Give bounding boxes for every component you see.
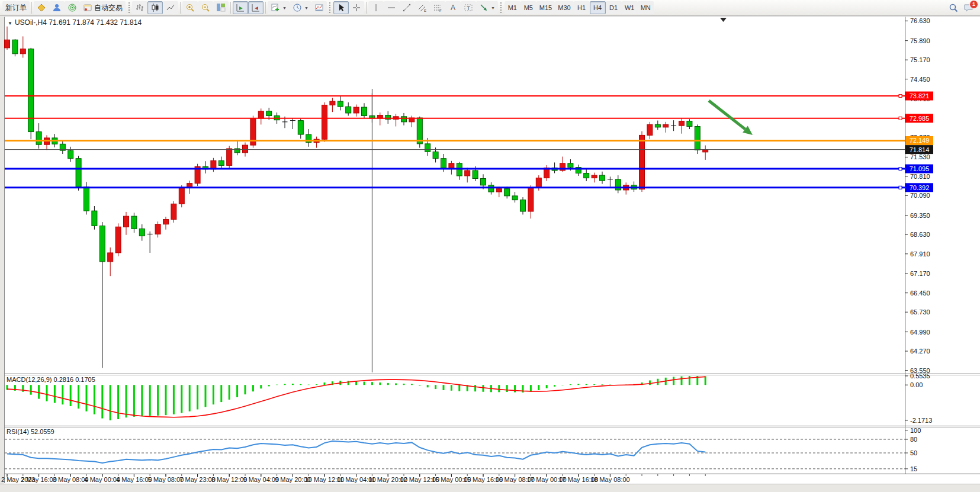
svg-text:76.630: 76.630 [910,17,930,24]
toolbar-grip [500,2,503,13]
rsi-panel [5,439,905,469]
macd-indicator-label: MACD(12,26,9) 0.2816 0.1705 [7,376,95,383]
svg-text:71.095: 71.095 [910,165,930,172]
text-a-icon: A [448,3,458,12]
text-label-icon: T [464,3,473,12]
chart-canvas[interactable]: 76.63075.89075.17074.45073.71072.99072.2… [0,0,980,492]
timeframe-mn-button[interactable]: MN [638,1,654,14]
toolbar-separator [230,2,231,14]
svg-text:70.392: 70.392 [910,184,930,191]
chevron-down-icon: ▼ [491,6,495,10]
svg-text:71.530: 71.530 [910,153,930,160]
svg-text:5 May 08:00: 5 May 08:00 [148,476,184,483]
svg-text:100: 100 [910,427,921,434]
fibonacci-icon: F [433,3,442,12]
timeframe-h4-button[interactable]: H4 [590,1,606,14]
svg-text:75.890: 75.890 [910,37,930,44]
signal-icon [68,3,77,12]
person-icon [52,3,62,12]
arrows-tool-icon [479,3,489,12]
svg-text:70.810: 70.810 [910,173,930,180]
gold-button[interactable] [34,1,49,14]
trendline-icon [402,3,412,12]
line-chart-button[interactable] [163,1,178,14]
trendline-tool-button[interactable] [399,1,415,14]
signals-button[interactable] [65,1,80,14]
support-button[interactable] [49,1,65,14]
svg-text:72.985: 72.985 [910,115,930,122]
text-label-tool-button[interactable]: T [461,1,476,14]
auto-trading-button[interactable]: 自动交易 [80,1,126,14]
notifications-button[interactable]: 1 [963,3,974,13]
auto-scroll-button[interactable] [233,1,248,14]
price-level-lines[interactable] [5,95,905,189]
svg-text:8 May 12:00: 8 May 12:00 [211,476,248,483]
svg-text:68.630: 68.630 [910,231,930,238]
svg-text:E: E [424,9,426,12]
cursor-tool-button[interactable] [333,1,349,14]
text-tool-button[interactable]: A [445,1,461,14]
timeframe-h1-button[interactable]: H1 [574,1,590,14]
vertical-line-tool-button[interactable] [368,1,384,14]
new-order-button[interactable]: 新订单 [2,1,30,14]
auto-trading-icon [83,3,92,12]
toolbar-separator [265,2,266,14]
channel-tool-button[interactable]: E [415,1,430,14]
svg-text:64.270: 64.270 [910,348,930,355]
svg-text:80: 80 [910,436,917,443]
vertical-line-icon [371,3,381,12]
horizontal-line-tool-button[interactable] [384,1,399,14]
svg-text:69.350: 69.350 [910,212,930,219]
chart-shift-marker[interactable] [720,18,727,22]
chevron-down-icon: ▼ [304,6,309,10]
arrows-tool-button[interactable]: ▼ [476,1,498,14]
svg-text:18 May 08:00: 18 May 08:00 [590,476,630,483]
new-chart-button[interactable]: ▼ [268,1,290,14]
svg-text:67.910: 67.910 [910,250,930,258]
timeframe-m1-button[interactable]: M1 [505,1,520,14]
ohlc-bars-icon [135,3,144,12]
zoom-in-button[interactable] [182,1,198,14]
timeframe-w1-button[interactable]: W1 [622,1,638,14]
symbol-dropdown-icon[interactable]: ▼ [8,21,12,26]
svg-text:66.450: 66.450 [910,290,930,297]
svg-text:7 May 23:00: 7 May 23:00 [179,476,216,483]
svg-text:3 May 08:00: 3 May 08:00 [53,476,89,483]
toolbar-separator [31,2,32,14]
timeframe-m15-button[interactable]: M15 [536,1,555,14]
cursor-icon [336,3,346,12]
svg-text:9 May 04:00: 9 May 04:00 [243,476,279,483]
crosshair-tool-button[interactable] [349,1,364,14]
chart-shift-marker-layer [720,18,727,22]
tile-windows-button[interactable] [213,1,229,14]
candlestick-chart-button[interactable] [147,1,163,14]
svg-text:0.5535: 0.5535 [910,372,930,380]
timeframe-m30-button[interactable]: M30 [555,1,573,14]
trading-platform-window: { "toolbar": { "new_order_label": "新订单",… [0,0,980,492]
svg-text:75.170: 75.170 [910,56,930,63]
timeframe-m5-button[interactable]: M5 [520,1,536,14]
timeframe-d1-button[interactable]: D1 [606,1,622,14]
zoom-in-icon [185,3,195,12]
toolbar-separator [366,2,367,14]
svg-text:4 May 00:00: 4 May 00:00 [85,476,121,483]
chart-template-button[interactable] [311,1,327,14]
chart-shift-button[interactable] [248,1,264,14]
svg-text:74.450: 74.450 [910,76,930,83]
svg-text:4 May 16:00: 4 May 16:00 [116,476,152,483]
toolbar-grip [127,2,130,13]
svg-text:64.990: 64.990 [910,329,930,336]
toolbar-grip [329,2,332,13]
main-toolbar: 新订单 自动交易 ▼ ▼ [0,0,980,16]
svg-text:-2.1713: -2.1713 [910,417,932,424]
fibonacci-tool-button[interactable]: F [430,1,445,14]
svg-text:67.170: 67.170 [910,270,930,277]
svg-text:15: 15 [910,465,917,472]
clock-icon [293,3,302,12]
candles-layer [5,27,708,368]
date-axis[interactable]: 2 May 20232 May 16:003 May 08:004 May 00… [1,474,705,483]
period-button[interactable]: ▼ [290,1,311,14]
zoom-out-button[interactable] [198,1,213,14]
bar-chart-button[interactable] [132,1,147,14]
search-icon[interactable] [949,3,959,13]
